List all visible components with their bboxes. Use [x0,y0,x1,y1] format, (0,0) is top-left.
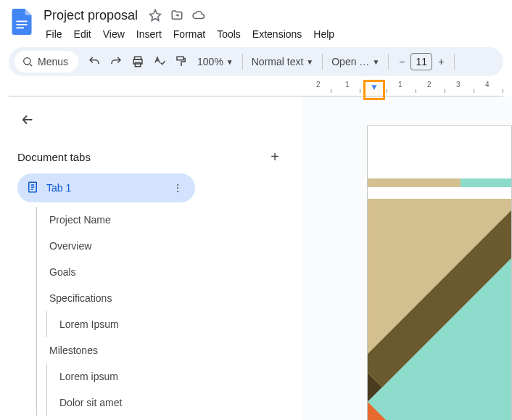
svg-rect-7 [177,57,183,60]
tab-item-active[interactable]: Tab 1 ⋮ [17,173,195,202]
outline-item[interactable]: Specifications [17,285,284,311]
undo-icon [88,55,101,68]
chevron-down-icon: ▼ [306,58,313,66]
ruler[interactable]: 2 1 1 2 3 4 5 ▼ [9,79,503,96]
add-tab-button[interactable]: + [265,147,284,166]
tab-label: Tab 1 [46,182,162,194]
menu-extensions[interactable]: Extensions [247,25,307,43]
document-canvas[interactable] [302,96,512,420]
paragraph-style-dropdown[interactable]: Normal text ▼ [247,52,318,72]
svg-rect-2 [17,28,25,29]
zoom-dropdown[interactable]: 100% ▼ [193,52,238,72]
content-area: Document tabs + Tab 1 ⋮ Project Name Ove… [0,96,512,420]
print-icon [131,55,144,68]
zoom-value: 100% [197,56,223,67]
star-icon[interactable] [148,8,162,22]
redo-button[interactable] [106,52,126,72]
toolbar-container: Menus 100% ▼ Normal text ▼ Open … ▼ − 11… [0,43,512,96]
menus-label: Menus [38,56,68,67]
document-title[interactable]: Project proposal [41,7,141,25]
decorative-art [368,199,511,420]
redo-icon [110,55,123,68]
sidebar: Document tabs + Tab 1 ⋮ Project Name Ove… [0,96,302,420]
font-size-increase-button[interactable]: + [432,52,450,71]
font-size-group: − 11 + [393,52,450,71]
spellcheck-icon [153,55,166,68]
tab-more-button[interactable]: ⋮ [169,179,186,197]
menu-file[interactable]: File [41,25,67,43]
separator [242,54,243,70]
tabs-header: Document tabs + [17,147,284,173]
menus-search[interactable]: Menus [15,51,78,73]
outline-list: Project Name Overview Goals Specificatio… [17,207,284,416]
chevron-down-icon: ▼ [226,58,234,66]
toolbar: Menus 100% ▼ Normal text ▼ Open … ▼ − 11… [9,47,503,76]
font-dropdown[interactable]: Open … ▼ [327,52,384,72]
page[interactable] [367,125,512,420]
menu-help[interactable]: Help [308,25,339,43]
back-button[interactable] [17,110,38,130]
move-folder-icon[interactable] [170,8,184,22]
outline-item[interactable]: Lorem Ipsum [17,311,284,337]
menu-tools[interactable]: Tools [212,25,246,43]
paint-format-button[interactable] [171,52,191,72]
menu-view[interactable]: View [98,25,130,43]
title-area: Project proposal File Edit View Insert F… [41,6,503,43]
docs-logo-icon[interactable] [9,6,35,38]
undo-button[interactable] [84,52,104,72]
print-button[interactable] [128,52,148,72]
style-value: Normal text [252,56,304,67]
outline-item[interactable]: Dolor sit amet [17,390,284,416]
app-header: Project proposal File Edit View Insert F… [0,0,512,43]
ruler-track: 2 1 1 2 3 4 5 ▼ [310,79,503,96]
outline-item[interactable]: Project Name [17,207,284,233]
menu-format[interactable]: Format [168,25,210,43]
first-line-indent-icon[interactable]: ▼ [370,82,379,92]
svg-rect-1 [17,24,28,25]
document-tab-icon [26,181,39,196]
decorative-stripe [368,178,511,187]
cloud-status-icon[interactable] [191,8,206,22]
plus-icon: + [271,149,279,165]
tabs-title: Document tabs [17,151,91,163]
menu-insert[interactable]: Insert [131,25,167,43]
font-value: Open … [331,56,369,67]
font-size-decrease-button[interactable]: − [393,52,410,71]
menubar: File Edit View Insert Format Tools Exten… [41,25,503,43]
spellcheck-button[interactable] [149,52,170,72]
more-vertical-icon: ⋮ [173,182,183,194]
arrow-left-icon [20,112,36,128]
search-icon [22,56,33,67]
separator [322,54,323,70]
outline-item[interactable]: Overview [17,233,284,259]
outline-item[interactable]: Goals [17,259,284,285]
menu-edit[interactable]: Edit [69,25,96,43]
svg-point-3 [24,58,30,65]
outline-item[interactable]: Lorem ipsum [17,363,284,390]
chevron-down-icon: ▼ [372,58,379,66]
outline-item[interactable]: Milestones [17,337,284,363]
paint-roller-icon [175,55,188,68]
separator [388,54,389,70]
svg-rect-0 [17,21,28,22]
font-size-input[interactable]: 11 [410,53,432,70]
separator [454,54,455,70]
